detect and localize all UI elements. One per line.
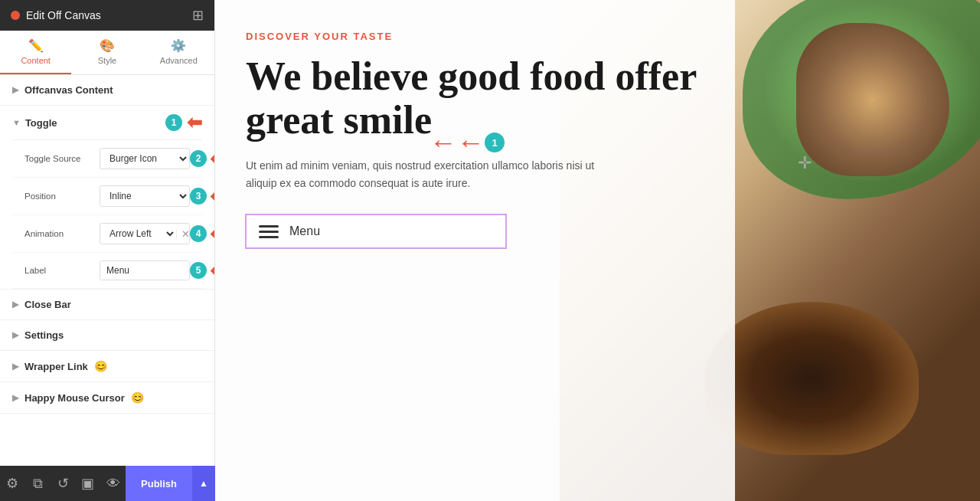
step-badge-2: 2 <box>190 150 207 167</box>
settings-label: Settings <box>24 329 64 341</box>
panel-header: Edit Off Canvas ⊞ <box>0 0 214 31</box>
canvas-step-1: 1 <box>485 133 505 152</box>
bottom-icons: ⚙ ⧉ ↺ ▣ 👁 <box>0 466 126 501</box>
arrow-4-area: 4 ⬅ <box>190 224 214 243</box>
publish-label: Publish <box>141 478 177 490</box>
toggle-source-select[interactable]: Burger Icon Text Icon <box>100 148 190 169</box>
arrow-5: ⬅ <box>210 261 214 280</box>
label-field-label: Label <box>24 266 93 275</box>
arrow-5-area: 5 ⬅ <box>190 261 214 280</box>
toggle-section-header[interactable]: ▼ Toggle 1 ⬅ <box>12 113 202 140</box>
style-icon: 🎨 <box>100 38 115 53</box>
toggle-label-left: ▼ Toggle <box>12 117 57 129</box>
position-row: Position Inline Fixed Sticky 3 ⬅ <box>12 178 202 215</box>
animation-label: Animation <box>24 229 93 238</box>
canvas-area: DISCOVER YOUR TASTE We believe good food… <box>215 0 980 501</box>
wrapper-link-label: Wrapper Link <box>24 361 88 372</box>
grid-icon[interactable]: ⊞ <box>192 7 204 24</box>
header-dot <box>11 11 20 20</box>
animation-select[interactable]: Arrow Left Arrow Right Slide Fade <box>100 224 176 244</box>
toggle-arrow-1: ⬅ <box>187 113 202 132</box>
position-label: Position <box>24 192 93 201</box>
chevron-up-icon: ▲ <box>199 478 208 489</box>
position-select[interactable]: Inline Fixed Sticky <box>100 185 190 207</box>
label-row: Label ☰ 5 ⬅ <box>12 253 202 289</box>
step-badge-3: 3 <box>190 188 207 205</box>
left-panel: Edit Off Canvas ⊞ ✏️ Content 🎨 Style ⚙️ … <box>0 0 215 501</box>
discover-text: DISCOVER YOUR TASTE <box>246 31 704 42</box>
hamburger-line-3 <box>259 236 279 238</box>
tab-style-label: Style <box>98 56 116 65</box>
tab-advanced-label: Advanced <box>160 56 198 65</box>
animation-row: Animation Arrow Left Arrow Right Slide F… <box>12 215 202 253</box>
arrow-2: ⬅ <box>210 149 214 168</box>
bottom-bar: ⚙ ⧉ ↺ ▣ 👁 Publish ▲ <box>0 466 215 501</box>
panel-header-left: Edit Off Canvas <box>11 9 101 21</box>
template-bottom-btn[interactable]: ▣ <box>75 466 100 501</box>
advanced-icon: ⚙️ <box>171 38 186 53</box>
publish-button[interactable]: Publish <box>126 466 192 501</box>
toggle-section: ▼ Toggle 1 ⬅ Toggle Source Burger Icon T… <box>0 106 214 289</box>
animation-clear-btn[interactable]: ✕ <box>176 228 190 240</box>
toggle-badge-area: 1 ⬅ <box>165 113 202 132</box>
toggle-source-row: Toggle Source Burger Icon Text Icon 2 ⬅ <box>12 140 202 178</box>
arrow-3: ⬅ <box>210 187 214 205</box>
tab-advanced[interactable]: ⚙️ Advanced <box>143 31 214 74</box>
wrapper-link-emoji: 😊 <box>94 360 107 372</box>
menu-preview[interactable]: Menu <box>246 214 506 248</box>
arrow-3-area: 3 ⬅ <box>190 187 214 205</box>
selection-outline <box>245 214 507 249</box>
menu-label: Menu <box>289 224 320 238</box>
chevron-right-icon: ▶ <box>12 85 18 95</box>
section-close-bar[interactable]: ▶ Close Bar <box>0 290 214 320</box>
label-input-wrapper: ☰ <box>100 260 190 280</box>
arrow-2-area: 2 ⬅ <box>190 149 214 168</box>
section-wrapper-link[interactable]: ▶ Wrapper Link 😊 <box>0 351 214 382</box>
layers-bottom-btn[interactable]: ⧉ <box>25 466 51 501</box>
step-badge-5: 5 <box>190 262 207 279</box>
publish-expand-btn[interactable]: ▲ <box>192 466 215 501</box>
chevron-right-close-icon: ▶ <box>12 300 18 309</box>
history-bottom-btn[interactable]: ↺ <box>51 466 76 501</box>
toggle-source-label: Toggle Source <box>24 154 93 163</box>
section-settings[interactable]: ▶ Settings <box>0 320 214 351</box>
body-text: Ut enim ad minim veniam, quis nostrud ex… <box>246 157 613 192</box>
hamburger-line-1 <box>259 225 279 228</box>
chevron-right-settings-icon: ▶ <box>12 330 18 340</box>
food-plate <box>704 302 919 455</box>
chevron-right-wrapper-icon: ▶ <box>12 362 18 372</box>
canvas-arrow-1: ←← <box>430 126 485 159</box>
chevron-down-icon: ▼ <box>12 118 21 127</box>
happy-mouse-emoji: 😊 <box>131 391 144 404</box>
panel-title: Edit Off Canvas <box>26 9 101 21</box>
canvas-badge-1-area: ←← 1 <box>430 126 505 159</box>
tab-content[interactable]: ✏️ Content <box>0 31 71 74</box>
tab-style[interactable]: 🎨 Style <box>71 31 142 74</box>
hamburger-icon <box>259 225 279 238</box>
happy-mouse-label: Happy Mouse Cursor <box>24 392 125 404</box>
settings-bottom-btn[interactable]: ⚙ <box>0 466 25 501</box>
step-badge-4: 4 <box>190 225 207 242</box>
panel-content: ▶ Offcanvas Content ▼ Toggle 1 ⬅ Toggle … <box>0 75 214 501</box>
content-overlay: DISCOVER YOUR TASTE We believe good food… <box>215 0 735 501</box>
offcanvas-content-label: Offcanvas Content <box>24 84 113 96</box>
tabs-bar: ✏️ Content 🎨 Style ⚙️ Advanced <box>0 31 214 75</box>
content-icon: ✏️ <box>28 38 44 53</box>
chevron-right-mouse-icon: ▶ <box>12 393 18 403</box>
preview-bottom-btn[interactable]: 👁 <box>100 466 126 501</box>
arrow-4: ⬅ <box>210 224 214 243</box>
section-happy-mouse[interactable]: ▶ Happy Mouse Cursor 😊 <box>0 382 214 414</box>
crosshair-indicator: ✛ <box>798 153 812 173</box>
toggle-label-text: Toggle <box>25 117 57 129</box>
close-bar-label: Close Bar <box>24 299 71 310</box>
label-input[interactable] <box>100 261 190 280</box>
toggle-step-badge: 1 <box>165 114 182 131</box>
animation-select-wrapper: Arrow Left Arrow Right Slide Fade ✕ ▾ <box>100 223 190 244</box>
hamburger-line-2 <box>259 231 279 233</box>
tab-content-label: Content <box>21 56 51 65</box>
section-offcanvas-content[interactable]: ▶ Offcanvas Content <box>0 75 214 106</box>
